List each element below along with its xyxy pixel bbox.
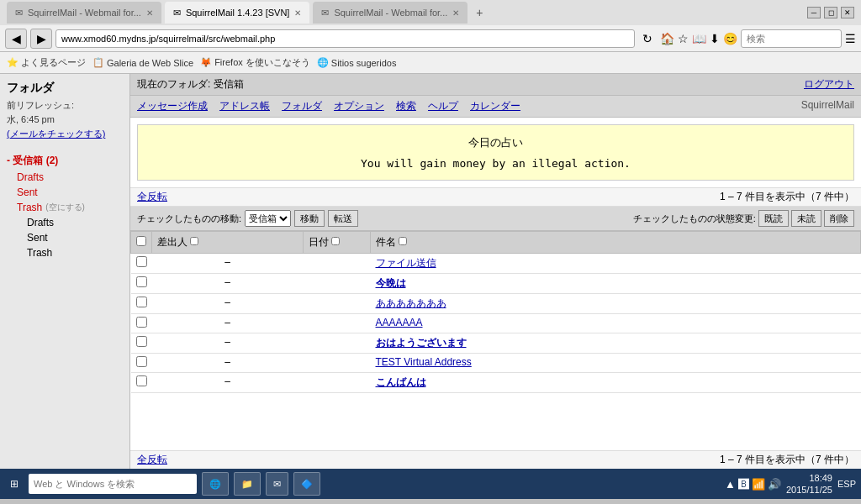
- tray-icons: ▲ 🅱 📶 🔊: [725, 478, 781, 491]
- subject-sort-checkbox[interactable]: [399, 237, 407, 245]
- msg-link-4[interactable]: おはようございます: [376, 337, 467, 349]
- calendar-link[interactable]: カレンダー: [470, 99, 520, 113]
- table-header-row: 差出人 日付 件名: [131, 232, 861, 254]
- folder-name: 受信箱: [214, 78, 244, 90]
- delete-button[interactable]: 削除: [824, 210, 854, 227]
- compose-link[interactable]: メッセージ作成: [137, 99, 208, 113]
- download-icon[interactable]: ⬇: [710, 32, 720, 45]
- tab-3-close[interactable]: ✕: [452, 8, 459, 18]
- menu-icon[interactable]: ☰: [845, 32, 856, 45]
- from-sort-checkbox[interactable]: [190, 237, 198, 245]
- search-link[interactable]: 検索: [396, 99, 416, 113]
- galeria-icon: 📋: [92, 57, 104, 68]
- date-sort-checkbox[interactable]: [331, 237, 340, 245]
- from-col-label: 差出人: [157, 236, 188, 248]
- folder-item-inbox[interactable]: - 受信箱 (2): [7, 152, 123, 170]
- col-date-header[interactable]: 日付: [304, 232, 371, 254]
- row-checkbox-6[interactable]: [136, 375, 147, 386]
- folder-item-trash-1[interactable]: Trash (空にする): [7, 200, 123, 215]
- reading-icon[interactable]: 📖: [692, 32, 706, 45]
- help-link[interactable]: ヘルプ: [428, 99, 458, 113]
- msg-link-2[interactable]: あああああああ: [376, 297, 446, 309]
- taskbar-browser-app[interactable]: 🌐: [202, 472, 229, 496]
- user-icon[interactable]: 😊: [723, 32, 737, 45]
- move-label: チェックしたものの移動:: [137, 213, 241, 225]
- start-button[interactable]: ⊞: [5, 478, 24, 490]
- taskbar-explorer-app[interactable]: 📁: [234, 472, 261, 496]
- msg-link-5[interactable]: TEST Virtual Address: [376, 356, 472, 368]
- forward-button[interactable]: 転送: [328, 210, 358, 227]
- tray-network-icon[interactable]: 📶: [752, 478, 765, 491]
- bookmark-star-icon[interactable]: ☆: [678, 32, 689, 45]
- msg-link-1[interactable]: 今晩は: [376, 277, 406, 289]
- flip-all-bottom[interactable]: 全反転: [137, 453, 167, 467]
- tab-3-label: SquirrelMail - Webmail for...: [334, 8, 447, 18]
- row-checkbox-3[interactable]: [136, 317, 147, 328]
- msg-link-0[interactable]: ファイル送信: [376, 257, 436, 269]
- msg-link-6[interactable]: こんばんは: [376, 376, 426, 388]
- minimize-button[interactable]: ─: [807, 7, 821, 18]
- folders-link[interactable]: フォルダ: [282, 99, 322, 113]
- col-from-header[interactable]: 差出人: [152, 232, 304, 254]
- move-button[interactable]: 移動: [294, 210, 325, 227]
- taskbar-search-input[interactable]: [29, 474, 197, 494]
- col-subject-header[interactable]: 件名: [371, 232, 861, 254]
- drafts-1-label: Drafts: [17, 171, 44, 183]
- table-row: – 今晩は: [131, 274, 861, 294]
- email-nav-links: メッセージ作成 アドレス帳 フォルダ オプション 検索 ヘルプ カレンダー: [137, 99, 520, 113]
- taskbar-mail-app[interactable]: ✉: [266, 472, 288, 496]
- forward-button[interactable]: ▶: [30, 29, 52, 49]
- addressbook-link[interactable]: アドレス帳: [219, 99, 270, 113]
- folder-item-drafts-2[interactable]: Drafts: [17, 215, 123, 230]
- home-icon[interactable]: 🏠: [660, 32, 674, 45]
- trash-empty-action[interactable]: (空にする): [45, 202, 85, 213]
- bookmark-sitios[interactable]: 🌐 Sitios sugeridos: [317, 57, 397, 68]
- row-from-5: –: [152, 354, 304, 373]
- row-checkbox-2[interactable]: [136, 297, 147, 307]
- logout-link[interactable]: ログアウト: [804, 77, 854, 92]
- lang-indicator[interactable]: ESP: [837, 479, 856, 489]
- browser-search-input[interactable]: [741, 29, 842, 48]
- tab-2[interactable]: ✉ SquirrelMail 1.4.23 [SVN] ✕: [165, 2, 310, 24]
- new-tab-button[interactable]: +: [471, 4, 488, 21]
- tray-bluetooth-icon[interactable]: 🅱: [738, 478, 749, 491]
- reload-button[interactable]: ↻: [638, 29, 657, 48]
- url-input[interactable]: [55, 29, 635, 48]
- back-button[interactable]: ◀: [5, 29, 27, 49]
- fortune-text: You will gain money by an illegal action…: [148, 157, 843, 170]
- check-mail-link[interactable]: (メールをチェックする): [7, 129, 105, 139]
- row-checkbox-5[interactable]: [136, 356, 147, 367]
- bookmark-yoku[interactable]: ⭐ よく見るページ: [7, 56, 86, 69]
- folder-item-trash-2[interactable]: Trash: [17, 245, 123, 260]
- row-checkbox-1[interactable]: [136, 276, 147, 287]
- restore-button[interactable]: ◻: [824, 7, 837, 18]
- tab-3[interactable]: ✉ SquirrelMail - Webmail for... ✕: [313, 2, 467, 24]
- tab-1-close[interactable]: ✕: [146, 8, 153, 18]
- folder-item-sent-1[interactable]: Sent: [7, 185, 123, 200]
- sitios-icon: 🌐: [317, 57, 329, 68]
- tab-2-close[interactable]: ✕: [294, 8, 301, 18]
- tray-up-icon[interactable]: ▲: [725, 478, 736, 491]
- close-button[interactable]: ✕: [841, 7, 854, 18]
- folder-item-drafts-1[interactable]: Drafts: [7, 170, 123, 185]
- bookmark-firefox[interactable]: 🦊 Firefox を使いこなそう: [200, 56, 310, 69]
- read-button[interactable]: 既読: [758, 210, 789, 227]
- folder-item-sent-2[interactable]: Sent: [17, 230, 123, 245]
- bookmark-galeria[interactable]: 📋 Galeria de Web Slice: [92, 57, 193, 68]
- main-content: フォルダ 前リフレッシュ: 水, 6:45 pm (メールをチェックする) - …: [0, 74, 861, 469]
- move-folder-select[interactable]: 受信箱: [245, 210, 291, 227]
- options-link[interactable]: オプション: [334, 99, 384, 113]
- msg-link-3[interactable]: AAAAAAA: [376, 317, 423, 328]
- unread-button[interactable]: 未読: [791, 210, 821, 227]
- trash-2-label: Trash: [27, 247, 52, 259]
- sent-2-label: Sent: [27, 232, 48, 244]
- tab-1-label: SquirrelMail - Webmail for...: [28, 8, 141, 18]
- tray-speaker-icon[interactable]: 🔊: [768, 478, 781, 491]
- row-from-3: –: [152, 314, 304, 333]
- tab-1[interactable]: ✉ SquirrelMail - Webmail for... ✕: [7, 2, 161, 24]
- select-all-checkbox[interactable]: [136, 236, 146, 246]
- taskbar-misc-app[interactable]: 🔷: [293, 472, 320, 496]
- flip-all-top[interactable]: 全反転: [137, 190, 167, 204]
- row-checkbox-0[interactable]: [136, 256, 147, 267]
- row-checkbox-4[interactable]: [136, 336, 147, 347]
